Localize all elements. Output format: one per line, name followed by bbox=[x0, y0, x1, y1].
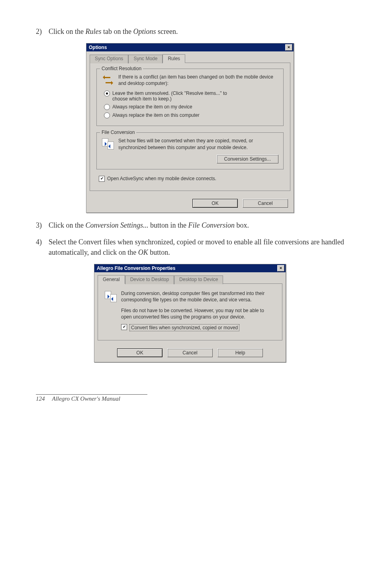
text: Select the Convert files when synchroniz… bbox=[49, 238, 344, 256]
radio-label: choose which item to keep.) bbox=[112, 96, 172, 102]
options-dialog: Options × Sync Options Sync Mode Rules C… bbox=[86, 43, 294, 213]
tabstrip: Sync Options Sync Mode Rules bbox=[86, 51, 294, 63]
dialog-button-row: OK Cancel bbox=[86, 195, 294, 212]
radio-replace-on-device[interactable]: Always replace the item on my device bbox=[104, 104, 278, 110]
step-number: 2) bbox=[36, 26, 49, 37]
fileconv-info-text: Set how files will be converted when the… bbox=[118, 138, 278, 150]
conversion-properties-dialog: Allegro File Conversion Properties × Gen… bbox=[94, 264, 286, 362]
step-3: 3) Click on the Conversion Settings... b… bbox=[36, 220, 344, 230]
group-file-conversion: File Conversion Set how files will be co… bbox=[96, 132, 284, 169]
radio-icon bbox=[104, 104, 110, 110]
group-legend: Conflict Resolution bbox=[100, 66, 143, 71]
tabstrip: General Device to Desktop Desktop to Dev… bbox=[94, 272, 286, 283]
conversion-settings-button[interactable]: Conversion Settings... bbox=[217, 155, 278, 163]
step-number: 3) bbox=[36, 220, 49, 230]
file-conversion-icon bbox=[102, 138, 114, 150]
ok-button[interactable]: OK bbox=[192, 199, 238, 208]
group-legend: File Conversion bbox=[100, 130, 136, 135]
radio-label: Always replace the item on my device bbox=[112, 104, 192, 110]
tab-general[interactable]: General bbox=[98, 275, 125, 284]
tab-sync-mode[interactable]: Sync Mode bbox=[128, 55, 163, 63]
close-icon[interactable]: × bbox=[285, 44, 292, 51]
tab-device-to-desktop[interactable]: Device to Desktop bbox=[125, 275, 174, 284]
tab-panel-general: During conversion, desktop computer file… bbox=[98, 283, 282, 340]
text: button in the bbox=[149, 221, 188, 229]
text: Click on the bbox=[49, 28, 86, 35]
dialog-button-row: OK Cancel Help bbox=[94, 344, 286, 362]
checkbox-icon bbox=[99, 176, 105, 182]
text: button. bbox=[148, 248, 170, 256]
checkbox-convert-files[interactable]: Convert files when synchronized, copied … bbox=[121, 324, 276, 331]
radio-leave-unresolved[interactable]: Leave the item unresolved. (Click "Resol… bbox=[104, 90, 278, 102]
page-footer: 124 Allegro CX Owner's Manual bbox=[36, 394, 147, 402]
checkbox-open-activesync[interactable]: Open ActiveSync when my mobile device co… bbox=[99, 176, 284, 182]
step-text: Select the Convert files when synchroniz… bbox=[49, 237, 344, 258]
spacer-icon bbox=[104, 307, 117, 320]
cancel-button[interactable]: Cancel bbox=[243, 199, 288, 208]
manual-title: Allegro CX Owner's Manual bbox=[52, 395, 120, 402]
tab-rules[interactable]: Rules bbox=[163, 54, 185, 63]
step-4: 4) Select the Convert files when synchro… bbox=[36, 237, 344, 258]
em: Conversion Settings... bbox=[86, 221, 149, 229]
text: box. bbox=[235, 221, 249, 229]
step-text: Click on the Rules tab on the Options sc… bbox=[49, 26, 344, 37]
radio-icon bbox=[104, 112, 110, 118]
text: screen. bbox=[156, 28, 178, 35]
tab-desktop-to-device[interactable]: Desktop to Device bbox=[174, 275, 223, 284]
sync-conflict-icon bbox=[102, 74, 114, 87]
em: Options bbox=[133, 28, 156, 35]
radio-icon bbox=[104, 90, 110, 96]
titlebar: Options × bbox=[86, 43, 294, 51]
close-icon[interactable]: × bbox=[277, 265, 284, 271]
checkbox-icon bbox=[121, 324, 127, 330]
help-button[interactable]: Help bbox=[217, 348, 263, 357]
radio-replace-on-computer[interactable]: Always replace the item on this computer bbox=[104, 112, 278, 118]
titlebar: Allegro File Conversion Properties × bbox=[94, 264, 286, 272]
tab-panel-rules: Conflict Resolution If there is a confli… bbox=[90, 63, 290, 191]
dialog-title: Options bbox=[89, 45, 107, 50]
page-number: 124 bbox=[36, 395, 45, 402]
ok-button[interactable]: OK bbox=[117, 348, 163, 357]
text: Click on the bbox=[49, 221, 86, 229]
step-2: 2) Click on the Rules tab on the Options… bbox=[36, 26, 344, 37]
text: tab on the bbox=[102, 28, 133, 35]
cancel-button[interactable]: Cancel bbox=[167, 348, 213, 357]
step-number: 4) bbox=[36, 237, 49, 258]
radio-label: Always replace the item on this computer bbox=[112, 112, 200, 118]
file-conversion-icon bbox=[104, 290, 117, 303]
conversion-desc-1: During conversion, desktop computer file… bbox=[121, 290, 276, 303]
conversion-desc-2: Files do not have to be converted. Howev… bbox=[121, 307, 276, 320]
dialog-title: Allegro File Conversion Properties bbox=[97, 265, 175, 271]
radio-label: Leave the item unresolved. (Click "Resol… bbox=[112, 90, 227, 96]
checkbox-label: Convert files when synchronized, copied … bbox=[129, 324, 239, 331]
em: OK bbox=[138, 248, 148, 256]
tab-sync-options[interactable]: Sync Options bbox=[90, 55, 128, 63]
conflict-info-text: If there is a conflict (an item has been… bbox=[118, 74, 278, 87]
checkbox-label: Open ActiveSync when my mobile device co… bbox=[107, 176, 216, 181]
group-conflict-resolution: Conflict Resolution If there is a confli… bbox=[96, 69, 284, 126]
em: Rules bbox=[86, 28, 102, 35]
em: File Conversion bbox=[188, 221, 235, 229]
step-text: Click on the Conversion Settings... butt… bbox=[49, 220, 344, 230]
